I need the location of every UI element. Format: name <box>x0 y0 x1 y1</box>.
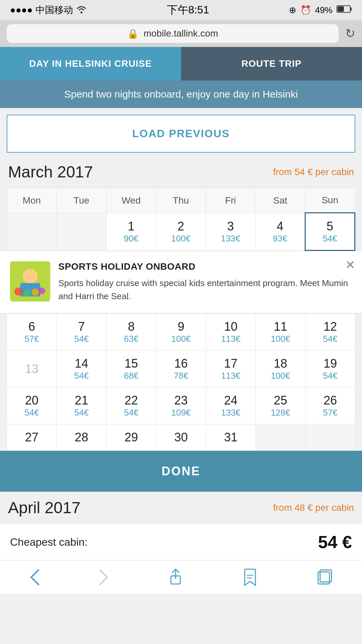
calendar-day: 13 <box>7 351 57 387</box>
weekday-mon: Mon <box>7 188 57 213</box>
tab-day-cruise[interactable]: DAY IN HELSINKI CRUISE <box>0 47 181 80</box>
calendar-day[interactable]: 24133€ <box>206 387 255 424</box>
cheapest-label: Cheapest cabin: <box>10 536 87 548</box>
svg-point-7 <box>14 287 22 296</box>
calendar-day[interactable]: 30 <box>156 424 206 451</box>
battery-percent: 49% <box>315 5 333 15</box>
calendar-day[interactable]: 1254€ <box>305 314 355 351</box>
calendar-day[interactable]: 27 <box>7 424 57 451</box>
calendar-day[interactable]: 1954€ <box>305 351 355 387</box>
calendar-day[interactable]: 554€ <box>305 213 355 251</box>
calendar-day[interactable]: 1678€ <box>156 351 206 387</box>
calendar-day[interactable]: 28 <box>57 424 106 451</box>
svg-point-10 <box>39 287 45 294</box>
status-left: ●●●● 中国移动 <box>10 4 87 16</box>
month-title-march: March 2017 <box>8 163 93 181</box>
signal-dots: ●●●● <box>10 5 33 15</box>
tabs-button[interactable] <box>317 569 333 586</box>
status-bar: ●●●● 中国移动 下午8:51 ⊕ ⏰ 49% <box>0 0 362 20</box>
bottom-price-bar: Cheapest cabin: 54 € <box>0 524 362 560</box>
calendar-day[interactable]: 29 <box>106 424 156 451</box>
lock-icon: ⊕ <box>289 5 296 15</box>
popup-card: ✕ SPORTS HOLIDAY ONBOARD Sports holiday … <box>0 251 362 313</box>
nav-bar <box>0 560 362 594</box>
calendar-day[interactable]: 493€ <box>255 213 305 251</box>
calendar-day[interactable]: 9100€ <box>156 314 206 351</box>
battery-icon <box>337 5 352 16</box>
calendar-day <box>57 213 106 251</box>
calendar-day[interactable]: 2100€ <box>156 213 205 251</box>
calendar-day[interactable]: 190€ <box>106 213 156 251</box>
svg-point-9 <box>32 288 39 296</box>
weekday-tue: Tue <box>57 188 106 213</box>
bookmarks-button[interactable] <box>242 569 258 586</box>
url-text: mobile.tallink.com <box>143 28 218 39</box>
price-from-april: from 48 € per cabin <box>273 502 354 513</box>
status-right: ⊕ ⏰ 49% <box>289 5 352 16</box>
done-button[interactable]: DONE <box>0 451 362 492</box>
back-button[interactable] <box>29 569 40 586</box>
calendar-day[interactable]: 3133€ <box>206 213 255 251</box>
alarm-icon: ⏰ <box>300 5 311 15</box>
subtitle-bar: Spend two nights onboard, enjoy one day … <box>0 80 362 108</box>
month-header-march: March 2017 from 54 € per cabin <box>7 163 355 181</box>
calendar-day[interactable]: 863€ <box>106 314 156 351</box>
forward-button[interactable] <box>99 569 109 586</box>
weekday-fri: Fri <box>206 188 255 213</box>
svg-point-5 <box>23 269 38 284</box>
calendar-day[interactable]: 2254€ <box>106 387 156 424</box>
calendar-day[interactable]: 18100€ <box>256 351 305 387</box>
calendar-day[interactable]: 657€ <box>7 314 57 351</box>
tab-route-trip[interactable]: ROUTE TRIP <box>181 47 362 80</box>
calendar-day[interactable]: 2657€ <box>305 387 355 424</box>
popup-text: Sports holiday cruise with special kids … <box>58 277 352 303</box>
calendar-day <box>305 424 355 451</box>
weekday-sat: Sat <box>255 188 305 213</box>
popup-content: SPORTS HOLIDAY ONBOARD Sports holiday cr… <box>58 261 352 303</box>
calendar-day[interactable]: 10113€ <box>206 314 255 351</box>
calendar-day[interactable]: 31 <box>206 424 255 451</box>
svg-point-8 <box>23 290 30 297</box>
share-button[interactable] <box>168 569 184 586</box>
calendar-march: Mon Tue Wed Thu Fri Sat Sun 190€2100€313… <box>7 188 355 251</box>
svg-rect-3 <box>338 6 344 12</box>
calendar-day[interactable]: 17113€ <box>206 351 255 387</box>
popup-close-button[interactable]: ✕ <box>345 258 355 272</box>
calendar-day[interactable]: 2054€ <box>7 387 57 424</box>
calendar-day[interactable]: 23109€ <box>156 387 206 424</box>
main-content: LOAD PREVIOUS March 2017 from 54 € per c… <box>0 108 362 524</box>
calendar-day[interactable]: 1454€ <box>57 351 106 387</box>
calendar-day[interactable]: 754€ <box>57 314 106 351</box>
svg-rect-2 <box>350 7 352 11</box>
status-time: 下午8:51 <box>167 3 209 17</box>
price-from-march: from 54 € per cabin <box>273 167 354 177</box>
url-bar[interactable]: 🔒 mobile.tallink.com <box>7 24 339 43</box>
popup-image <box>10 261 50 302</box>
month-title-april: April 2017 <box>8 498 80 517</box>
calendar-day <box>7 213 57 251</box>
svg-point-0 <box>80 11 82 13</box>
reload-button[interactable]: ↻ <box>345 26 355 41</box>
popup-title: SPORTS HOLIDAY ONBOARD <box>58 261 352 272</box>
load-previous-button[interactable]: LOAD PREVIOUS <box>7 115 355 153</box>
weekday-sun: Sun <box>305 188 355 213</box>
popup-overlay: ✕ SPORTS HOLIDAY ONBOARD Sports holiday … <box>7 251 355 313</box>
calendar-day <box>256 424 305 451</box>
calendar-march-cont: 657€754€863€9100€10113€11100€1254€131454… <box>7 313 355 451</box>
calendar-day[interactable]: 2154€ <box>57 387 106 424</box>
cheapest-price: 54 € <box>318 532 352 552</box>
month-header-april: April 2017 from 48 € per cabin <box>7 492 355 517</box>
calendar-day[interactable]: 1568€ <box>106 351 156 387</box>
calendar-day[interactable]: 25128€ <box>256 387 305 424</box>
wifi-icon <box>76 4 87 16</box>
weekday-thu: Thu <box>156 188 205 213</box>
tab-bar: DAY IN HELSINKI CRUISE ROUTE TRIP <box>0 47 362 80</box>
lock-icon: 🔒 <box>127 28 139 39</box>
weekday-wed: Wed <box>106 188 156 213</box>
subtitle-text: Spend two nights onboard, enjoy one day … <box>64 89 298 100</box>
calendar-day[interactable]: 11100€ <box>256 314 305 351</box>
carrier-name: 中国移动 <box>36 4 73 16</box>
browser-bar: 🔒 mobile.tallink.com ↻ <box>0 20 362 47</box>
